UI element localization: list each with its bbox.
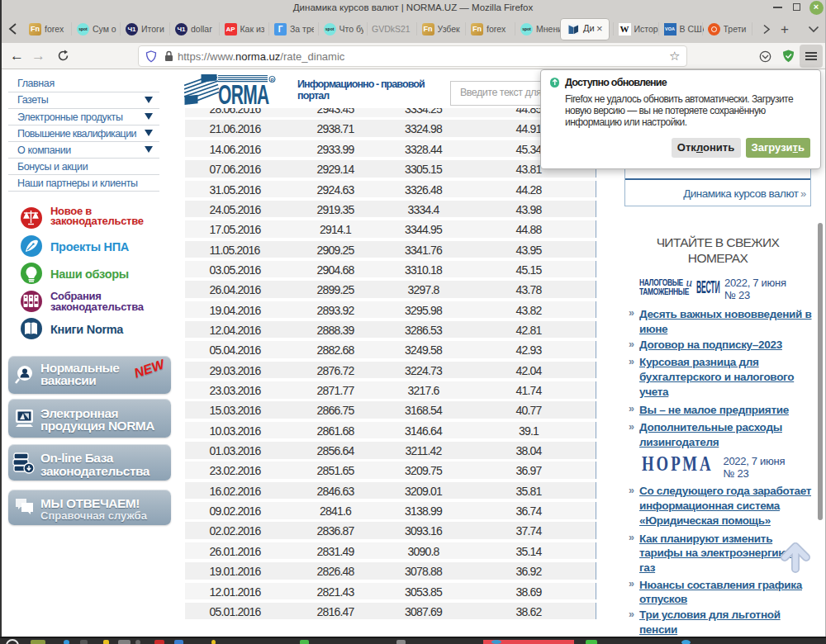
svg-text:ORMA: ORMA [218, 79, 269, 106]
svg-text:R: R [271, 78, 275, 83]
